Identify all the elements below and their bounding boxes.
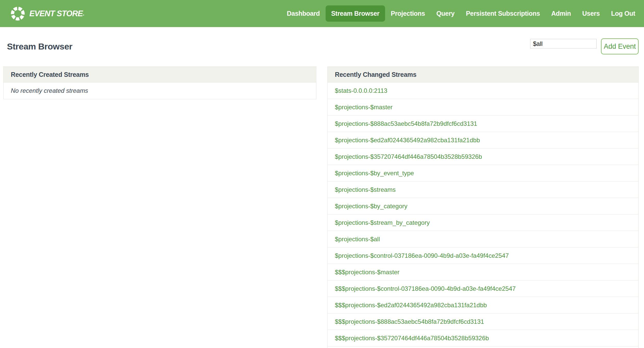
stream-row: $projections-$ed2af0244365492a982cba131f… <box>328 132 638 148</box>
stream-row: $projections-$357207464df446a78504b3528b… <box>328 148 638 165</box>
stream-link[interactable]: $projections-$streams <box>335 186 396 193</box>
stream-row-partial <box>328 346 638 348</box>
stream-row: $$$projections-$357207464df446a78504b352… <box>328 330 638 346</box>
stream-row: $$$projections-$888ac53aebc54b8fa72b9dfc… <box>328 313 638 330</box>
brand-dot: . <box>83 10 84 17</box>
stream-row: $projections-$by_category <box>328 198 638 214</box>
nav-item-projections[interactable]: Projections <box>385 5 431 22</box>
stream-link[interactable]: $$$projections-$control-037186ea-0090-4b… <box>335 285 516 292</box>
stream-row: $projections-$stream_by_category <box>328 214 638 231</box>
recently-created-streams-panel: Recently Created Streams No recently cre… <box>3 67 316 99</box>
nav-item-dashboard[interactable]: Dashboard <box>281 5 326 22</box>
stream-link[interactable]: $projections-$stream_by_category <box>335 219 430 226</box>
stream-row: $$$projections-$master <box>328 264 638 280</box>
stream-link[interactable]: $stats-0.0.0.0:2113 <box>335 87 387 94</box>
add-event-button[interactable]: Add Event <box>601 38 639 54</box>
stream-link[interactable]: $projections-$ed2af0244365492a982cba131f… <box>335 137 480 144</box>
no-streams-message: No recently created streams <box>11 87 88 94</box>
stream-link[interactable]: $projections-$by_event_type <box>335 170 414 177</box>
top-navbar: EVENT STORE. DashboardStream BrowserProj… <box>0 0 644 27</box>
stream-link[interactable]: $projections-$by_category <box>335 203 408 210</box>
nav-item-persistent-subscriptions[interactable]: Persistent Subscriptions <box>460 5 546 22</box>
stream-link[interactable]: $$$projections-$888ac53aebc54b8fa72b9dfc… <box>335 318 484 325</box>
nav-item-stream-browser[interactable]: Stream Browser <box>326 5 385 22</box>
stream-row: $projections-$by_event_type <box>328 165 638 181</box>
stream-row: $projections-$control-037186ea-0090-4b9d… <box>328 247 638 264</box>
recently-changed-streams-header: Recently Changed Streams <box>328 67 638 82</box>
brand-name: EVENT STORE <box>29 9 83 18</box>
nav-item-users[interactable]: Users <box>577 5 605 22</box>
recently-created-streams-header: Recently Created Streams <box>4 67 316 82</box>
stream-link[interactable]: $projections-$357207464df446a78504b3528b… <box>335 153 482 160</box>
stream-link[interactable]: $$$projections-$master <box>335 269 400 276</box>
main-nav: DashboardStream BrowserProjectionsQueryP… <box>281 5 641 22</box>
stream-link[interactable]: $$$projections-$ed2af0244365492a982cba13… <box>335 302 487 309</box>
stream-row: $$$projections-$control-037186ea-0090-4b… <box>328 280 638 297</box>
stream-row: $projections-$master <box>328 99 638 115</box>
stream-link[interactable]: $projections-$888ac53aebc54b8fa72b9dfcf6… <box>335 120 477 127</box>
nav-item-query[interactable]: Query <box>431 5 460 22</box>
stream-row: $projections-$all <box>328 231 638 247</box>
stream-link[interactable]: $projections-$master <box>335 104 393 111</box>
nav-item-log-out[interactable]: Log Out <box>605 5 641 22</box>
brand-logo[interactable]: EVENT STORE. <box>10 6 84 22</box>
recently-changed-streams-panel: Recently Changed Streams $stats-0.0.0.0:… <box>327 67 639 348</box>
stream-row: $projections-$888ac53aebc54b8fa72b9dfcf6… <box>328 115 638 132</box>
changed-streams-list: $stats-0.0.0.0:2113$projections-$master$… <box>328 82 638 348</box>
stream-row: $stats-0.0.0.0:2113 <box>328 82 638 99</box>
stream-name-input[interactable] <box>530 39 597 48</box>
nav-item-admin[interactable]: Admin <box>546 5 577 22</box>
page-header: Stream Browser Add Event <box>0 27 644 55</box>
event-store-logo-icon <box>10 6 26 22</box>
stream-link[interactable]: $$$projections-$357207464df446a78504b352… <box>335 335 489 342</box>
page-title: Stream Browser <box>7 42 72 52</box>
header-actions: Add Event <box>530 38 639 54</box>
stream-row: $projections-$streams <box>328 181 638 198</box>
stream-link[interactable]: $projections-$control-037186ea-0090-4b9d… <box>335 252 509 259</box>
stream-row: $$$projections-$ed2af0244365492a982cba13… <box>328 297 638 313</box>
content-panels: Recently Created Streams No recently cre… <box>0 67 644 348</box>
stream-link[interactable]: $projections-$all <box>335 236 380 243</box>
empty-state-row: No recently created streams <box>4 82 316 99</box>
